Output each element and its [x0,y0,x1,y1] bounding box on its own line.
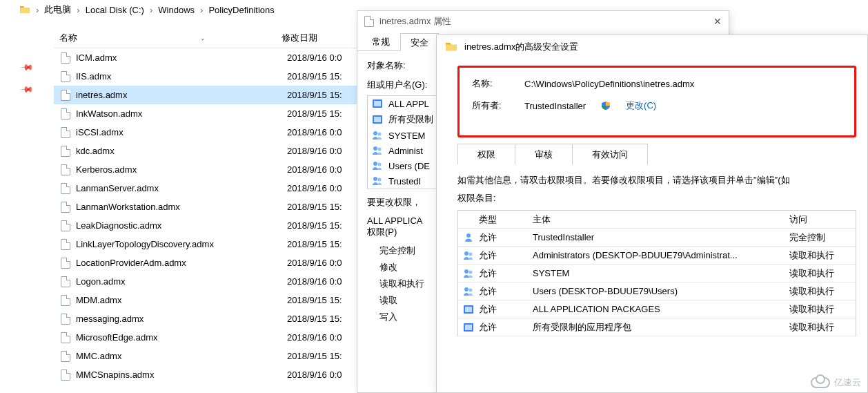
folder-icon [19,4,30,15]
document-icon [364,16,374,27]
col-access[interactable]: 访问 [789,213,856,226]
permission-entry-row[interactable]: 允许ALL APPLICATION PACKAGES读取和执行 [458,300,856,318]
svg-rect-22 [465,325,472,330]
group-name: 所有受限制 [388,113,433,126]
file-name: kdc.admx [76,146,115,156]
properties-titlebar[interactable]: inetres.admx 属性 ✕ [357,11,729,32]
file-name: InkWatson.admx [76,108,142,119]
document-icon [61,164,70,175]
sort-caret-icon: ⌄ [200,35,206,41]
principal-icon [458,250,479,261]
breadcrumb-segment[interactable]: Local Disk (C:) [86,5,144,15]
entry-access: 读取和执行 [789,267,856,280]
folder-icon [445,41,457,53]
file-name: LinkLayerTopologyDiscovery.admx [76,239,214,249]
close-icon[interactable]: ✕ [713,16,722,27]
svg-point-7 [378,148,382,151]
svg-point-9 [378,163,382,166]
group-users-icon [372,175,383,186]
permission-entry-row[interactable]: 允许TrustedInstaller完全控制 [458,229,856,247]
pin-icon[interactable]: 📌 [20,82,34,97]
chevron-right-icon: › [199,5,204,15]
document-icon [61,146,70,157]
perm-for-suffix: 权限(P) [367,227,397,237]
entry-principal: TrustedInstaller [533,232,789,242]
col-principal[interactable]: 主体 [533,213,789,226]
document-icon [61,370,70,381]
document-icon [61,202,70,213]
advanced-titlebar[interactable]: inetres.admx的高级安全设置 [437,35,867,59]
entry-type: 允许 [479,321,533,334]
breadcrumb-segment[interactable]: PolicyDefinitions [208,5,274,15]
entry-access: 读取和执行 [789,321,856,334]
entry-type: 允许 [479,303,533,316]
group-packages-icon [372,114,383,125]
tab-audit[interactable]: 审核 [515,144,573,164]
document-icon [61,314,70,325]
document-icon [61,295,70,306]
group-packages-icon [372,98,383,109]
shield-icon [601,101,611,111]
file-name: LanmanServer.admx [76,183,159,193]
svg-point-14 [469,252,473,256]
pin-icon[interactable]: 📌 [20,60,34,75]
name-value: C:\Windows\PolicyDefinitions\inetres.adm… [524,79,694,89]
chevron-right-icon: › [34,5,40,15]
entry-principal: ALL APPLICATION PACKAGES [533,304,789,314]
entry-access: 完全控制 [789,231,856,244]
permission-entries-grid[interactable]: 类型 主体 访问 允许TrustedInstaller完全控制允许Adminis… [457,210,856,336]
group-name: SYSTEM [388,131,425,141]
tab-permissions[interactable]: 权限 [457,144,515,164]
entry-principal: 所有受限制的应用程序包 [533,321,789,334]
tab-effective-access[interactable]: 有效访问 [573,144,648,164]
svg-point-5 [378,133,382,136]
svg-point-12 [466,233,471,238]
svg-point-15 [464,269,468,274]
group-name: Administ [388,146,423,156]
entries-label: 权限条目: [457,192,856,204]
change-owner-link[interactable]: 更改(C) [626,99,656,112]
group-name: TrustedI [388,176,421,186]
help-text: 如需其他信息，请双击权限项目。若要修改权限项目，请选择该项目并单击"编辑"(如 [457,174,856,186]
entry-access: 读取和执行 [789,249,856,262]
file-name: LocationProviderAdm.admx [76,258,186,268]
permission-entry-row[interactable]: 允许所有受限制的应用程序包读取和执行 [458,318,856,336]
svg-point-6 [373,146,377,151]
permission-entry-row[interactable]: 允许SYSTEM读取和执行 [458,265,856,282]
group-users-icon [372,130,383,141]
col-name-header[interactable]: 名称 [59,32,77,44]
breadcrumb-segment[interactable]: Windows [158,5,195,15]
principal-icon [458,322,479,333]
owner-label: 所有者: [472,99,509,112]
change-permissions-note: 要更改权限， [367,197,421,207]
tab-general[interactable]: 常规 [362,32,400,50]
cloud-icon [811,377,830,388]
file-name: MDM.admx [76,295,121,305]
grid-header-row[interactable]: 类型 主体 访问 [458,211,856,229]
principal-icon [458,286,479,297]
group-users-icon [372,160,383,171]
properties-title-text: inetres.admx 属性 [379,15,451,28]
group-name: Users (DE [388,161,430,171]
advanced-tabs: 权限 审核 有效访问 [457,144,856,164]
entry-type: 允许 [479,249,533,262]
breadcrumb-segment[interactable]: 此电脑 [44,3,71,16]
watermark-text: 亿速云 [834,376,861,389]
advanced-title-text: inetres.admx的高级安全设置 [464,41,578,53]
advanced-security-dialog[interactable]: inetres.admx的高级安全设置 名称: C:\Windows\Polic… [436,35,868,393]
file-name: ICM.admx [76,52,117,63]
permission-entry-row[interactable]: 允许Users (DESKTOP-BDUUE79\Users)读取和执行 [458,282,856,300]
owner-value: TrustedInstaller [524,101,586,111]
document-icon [61,276,70,287]
document-icon [61,220,70,231]
col-type[interactable]: 类型 [479,213,533,226]
file-name: Logon.admx [76,276,126,287]
svg-rect-3 [374,117,381,122]
chevron-right-icon: › [148,5,154,15]
principal-icon [458,232,479,243]
tab-security[interactable]: 安全 [400,33,439,51]
permission-entry-row[interactable]: 允许Administrators (DESKTOP-BDUUE79\Admini… [458,247,856,265]
document-icon [61,127,70,138]
svg-point-11 [378,178,382,182]
document-icon [61,183,70,194]
